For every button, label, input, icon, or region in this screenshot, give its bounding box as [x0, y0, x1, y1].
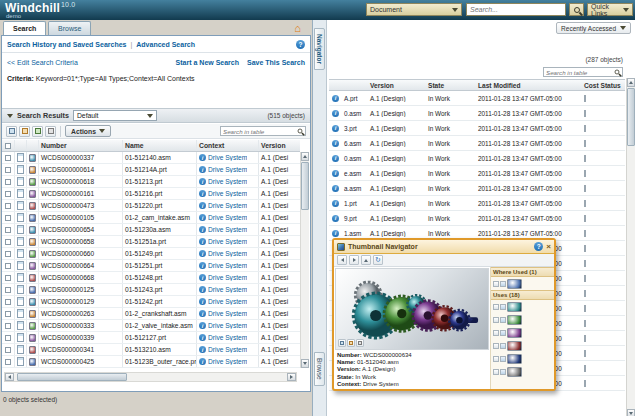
document-icon[interactable] [15, 344, 27, 355]
info-icon[interactable]: i [332, 110, 339, 117]
info-icon[interactable]: i [332, 170, 339, 177]
thumbnail-navigator-titlebar[interactable]: Thumbnail Navigator ? × [334, 240, 554, 254]
row-checkbox[interactable] [2, 176, 15, 187]
home-icon[interactable]: ⌂ [294, 23, 301, 34]
info-icon[interactable]: i [199, 178, 206, 185]
part-thumbnail-icon[interactable] [27, 212, 39, 223]
view-selector[interactable]: Default [73, 110, 157, 121]
document-icon[interactable] [15, 320, 27, 331]
document-icon[interactable] [15, 260, 27, 271]
info-icon[interactable]: i [199, 322, 206, 329]
navigator-scrollbar[interactable] [626, 78, 635, 416]
save-this-search-link[interactable]: Save This Search [247, 59, 305, 66]
navigator-table-search[interactable] [543, 67, 623, 77]
info-icon[interactable]: i [199, 214, 206, 221]
cost-status-icon[interactable] [584, 125, 586, 132]
scrollbar-thumb[interactable] [17, 373, 127, 381]
grid-icon[interactable] [493, 330, 499, 336]
result-row[interactable]: WCDS00000033901-512127.prtiDrive SystemA… [2, 332, 300, 344]
part-thumbnail-icon[interactable] [507, 315, 522, 325]
results-table-search-input[interactable] [221, 128, 295, 135]
result-row[interactable]: WCDS00000066801-51248.prtiDrive SystemA.… [2, 272, 300, 284]
pan-view-icon[interactable] [356, 339, 364, 347]
row-checkbox[interactable] [2, 236, 15, 247]
part-thumbnail-icon[interactable] [507, 341, 522, 351]
context-link[interactable]: Drive System [208, 334, 247, 341]
context-link[interactable]: Drive System [208, 322, 247, 329]
scroll-down-button[interactable] [301, 359, 309, 368]
part-thumbnail-icon[interactable] [27, 332, 39, 343]
row-checkbox[interactable] [2, 332, 15, 343]
scrollbar-thumb[interactable] [627, 88, 635, 146]
results-table-search[interactable] [220, 126, 306, 136]
context-link[interactable]: Drive System [208, 286, 247, 293]
document-icon[interactable] [15, 152, 27, 163]
grid-icon[interactable] [493, 281, 499, 287]
navigator-table-header[interactable]: Version State Last Modified Cost Status [329, 79, 625, 91]
row-checkbox[interactable] [2, 188, 15, 199]
part-thumbnail-icon[interactable] [507, 279, 522, 289]
scroll-down-button[interactable] [627, 409, 635, 416]
document-icon[interactable] [15, 176, 27, 187]
cost-status-icon[interactable] [584, 305, 586, 312]
info-icon[interactable]: i [199, 334, 206, 341]
structure-item[interactable] [491, 300, 554, 313]
cost-status-icon[interactable] [584, 200, 586, 207]
info-icon[interactable]: i [332, 200, 339, 207]
rotate-view-icon[interactable] [347, 339, 355, 347]
context-link[interactable]: Drive System [208, 190, 247, 197]
header-last-modified[interactable]: Last Modified [476, 82, 582, 89]
grid-icon[interactable] [493, 356, 499, 362]
context-link[interactable]: Drive System [208, 274, 247, 281]
row-checkbox[interactable] [2, 344, 15, 355]
navigator-row[interactable]: i6.asmA.1 (Design)In Work2011-01-28 13:4… [329, 136, 625, 151]
add-icon[interactable] [500, 369, 506, 375]
add-icon[interactable] [500, 343, 506, 349]
part-thumbnail-icon[interactable] [27, 236, 39, 247]
print-icon[interactable] [45, 126, 56, 137]
row-checkbox[interactable] [2, 200, 15, 211]
document-icon[interactable] [15, 248, 27, 259]
copy-icon[interactable] [19, 126, 30, 137]
info-icon[interactable]: i [199, 298, 206, 305]
cost-status-icon[interactable] [584, 155, 586, 162]
structure-item[interactable] [491, 277, 554, 290]
results-table-header[interactable]: Number Name Context Version [2, 140, 300, 152]
navigator-row[interactable]: i9.prtA.1 (Design)In Work2011-01-28 13:4… [329, 211, 625, 226]
row-checkbox[interactable] [2, 224, 15, 235]
part-thumbnail-icon[interactable] [27, 164, 39, 175]
info-icon[interactable]: i [199, 190, 206, 197]
structure-item[interactable] [491, 352, 554, 365]
context-link[interactable]: Drive System [208, 166, 247, 173]
uses-header[interactable]: Uses (18) [491, 290, 554, 300]
document-icon[interactable] [15, 272, 27, 283]
cost-status-icon[interactable] [584, 365, 586, 372]
result-row[interactable]: WCDS00000066401-51251.prtiDrive SystemA.… [2, 260, 300, 272]
result-row[interactable]: WCDS00000042501-5123B_outer_race.prtiDri… [2, 356, 300, 368]
document-icon[interactable] [15, 236, 27, 247]
navigator-row[interactable]: ie.asmA.1 (Design)In Work2011-01-28 13:4… [329, 166, 625, 181]
document-icon[interactable] [15, 308, 27, 319]
part-thumbnail-icon[interactable] [27, 284, 39, 295]
row-checkbox[interactable] [2, 212, 15, 223]
header-version[interactable]: Version [259, 140, 300, 151]
document-icon[interactable] [15, 356, 27, 367]
search-history-link[interactable]: Search History and Saved Searches [7, 41, 126, 48]
add-icon[interactable] [500, 356, 506, 362]
row-checkbox[interactable] [2, 308, 15, 319]
add-icon[interactable] [500, 317, 506, 323]
navigator-vertical-tab[interactable]: Navigator [314, 28, 325, 70]
part-thumbnail-icon[interactable] [27, 188, 39, 199]
result-row[interactable]: WCDS00000033701-512140.asmiDrive SystemA… [2, 152, 300, 164]
browse-vertical-tab[interactable]: Browse [314, 352, 325, 386]
part-thumbnail-icon[interactable] [27, 260, 39, 271]
result-row[interactable]: WCDS00000034101-513210.asmiDrive SystemA… [2, 344, 300, 356]
info-icon[interactable]: i [332, 215, 339, 222]
cost-status-icon[interactable] [584, 245, 586, 252]
row-checkbox[interactable] [2, 152, 15, 163]
structure-item[interactable] [491, 365, 554, 378]
info-icon[interactable]: i [199, 274, 206, 281]
export-icon[interactable] [6, 126, 17, 137]
header-context[interactable]: Context [197, 140, 259, 151]
part-thumbnail-icon[interactable] [507, 367, 522, 377]
